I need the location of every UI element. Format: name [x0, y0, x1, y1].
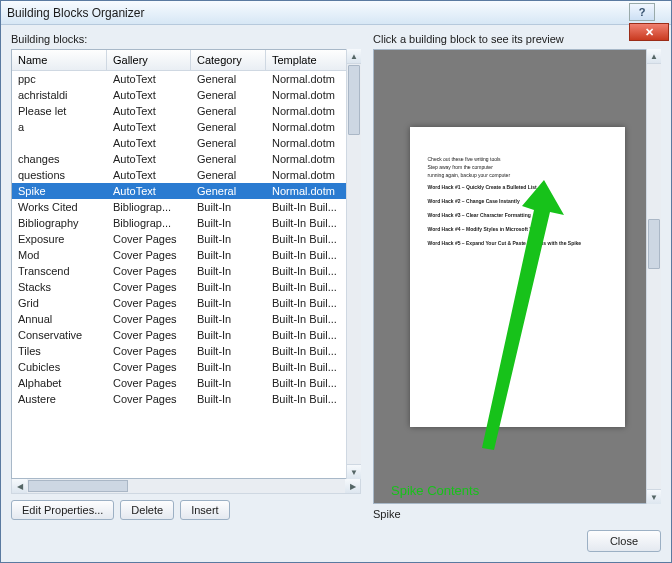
preview-scroll-up-icon[interactable]: ▲	[647, 49, 661, 64]
preview-label: Click a building block to see its previe…	[373, 33, 661, 45]
table-row[interactable]: questionsAutoTextGeneralNormal.dotm	[12, 167, 360, 183]
table-row[interactable]: Works CitedBibliograp...Built-InBuilt-In…	[12, 199, 360, 215]
table-row[interactable]: AnnualCover PagesBuilt-InBuilt-In Buil..…	[12, 311, 360, 327]
window-title: Building Blocks Organizer	[7, 6, 144, 20]
help-button[interactable]: ?	[629, 3, 655, 21]
preview-pane: Check out these five writing toolsStep a…	[373, 49, 661, 504]
preview-scroll-thumb[interactable]	[648, 219, 660, 269]
hscroll-thumb[interactable]	[28, 480, 128, 492]
table-row[interactable]: ExposureCover PagesBuilt-InBuilt-In Buil…	[12, 231, 360, 247]
table-row[interactable]: SpikeAutoTextGeneralNormal.dotm	[12, 183, 360, 199]
table-row[interactable]: CubiclesCover PagesBuilt-InBuilt-In Buil…	[12, 359, 360, 375]
close-button[interactable]: Close	[587, 530, 661, 552]
table-row[interactable]: TilesCover PagesBuilt-InBuilt-In Buil...	[12, 343, 360, 359]
column-headers[interactable]: Name Gallery Category Template	[12, 50, 360, 71]
table-row[interactable]: Please letAutoTextGeneralNormal.dotm	[12, 103, 360, 119]
table-row[interactable]: changesAutoTextGeneralNormal.dotm	[12, 151, 360, 167]
scroll-left-icon[interactable]: ◀	[12, 479, 27, 493]
titlebar: Building Blocks Organizer ? ✕	[1, 1, 671, 25]
preview-block-name: Spike	[373, 508, 661, 520]
building-blocks-list[interactable]: Name Gallery Category Template ppcAutoTe…	[11, 49, 361, 479]
building-blocks-label: Building blocks:	[11, 33, 361, 45]
scroll-up-icon[interactable]: ▲	[347, 49, 361, 64]
insert-button[interactable]: Insert	[180, 500, 230, 520]
list-horizontal-scrollbar[interactable]: ◀ ▶	[11, 479, 361, 494]
list-vertical-scrollbar[interactable]: ▲ ▼	[346, 49, 361, 479]
table-row[interactable]: StacksCover PagesBuilt-InBuilt-In Buil..…	[12, 279, 360, 295]
col-gallery[interactable]: Gallery	[107, 50, 191, 70]
close-window-button[interactable]: ✕	[629, 23, 669, 41]
table-row[interactable]: ppcAutoTextGeneralNormal.dotm	[12, 71, 360, 87]
table-row[interactable]: ConservativeCover PagesBuilt-InBuilt-In …	[12, 327, 360, 343]
table-row[interactable]: AustereCover PagesBuilt-InBuilt-In Buil.…	[12, 391, 360, 407]
delete-button[interactable]: Delete	[120, 500, 174, 520]
col-name[interactable]: Name	[12, 50, 107, 70]
table-row[interactable]: GridCover PagesBuilt-InBuilt-In Buil...	[12, 295, 360, 311]
table-row[interactable]: TranscendCover PagesBuilt-InBuilt-In Bui…	[12, 263, 360, 279]
preview-scroll-down-icon[interactable]: ▼	[647, 489, 661, 504]
annotation-label: Spike Contents	[391, 483, 479, 498]
scroll-thumb[interactable]	[348, 65, 360, 135]
table-row[interactable]: achristaldiAutoTextGeneralNormal.dotm	[12, 87, 360, 103]
col-category[interactable]: Category	[191, 50, 266, 70]
table-row[interactable]: BibliographyBibliograp...Built-InBuilt-I…	[12, 215, 360, 231]
preview-page: Check out these five writing toolsStep a…	[410, 127, 625, 427]
table-row[interactable]: ModCover PagesBuilt-InBuilt-In Buil...	[12, 247, 360, 263]
table-row[interactable]: AlphabetCover PagesBuilt-InBuilt-In Buil…	[12, 375, 360, 391]
scroll-right-icon[interactable]: ▶	[345, 479, 360, 493]
scroll-down-icon[interactable]: ▼	[347, 464, 361, 479]
table-row[interactable]: aAutoTextGeneralNormal.dotm	[12, 119, 360, 135]
table-row[interactable]: AutoTextGeneralNormal.dotm	[12, 135, 360, 151]
edit-properties-button[interactable]: Edit Properties...	[11, 500, 114, 520]
preview-vertical-scrollbar[interactable]: ▲ ▼	[646, 49, 661, 504]
